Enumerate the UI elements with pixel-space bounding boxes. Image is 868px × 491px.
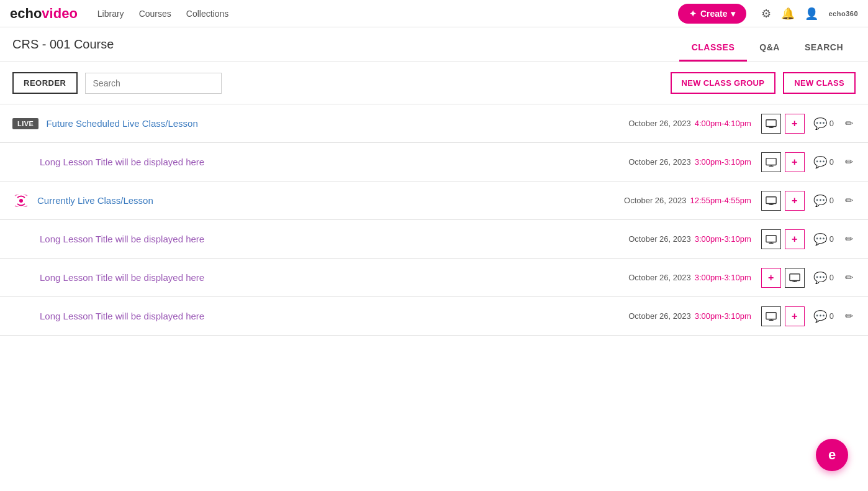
- course-header: CRS - 001 Course CLASSES Q&A SEARCH: [0, 27, 868, 62]
- capture-button[interactable]: [761, 152, 781, 172]
- class-time: 3:00pm-3:10pm: [695, 311, 751, 321]
- logo-video: video: [42, 6, 77, 22]
- class-actions: + 💬 0 ✏: [761, 152, 856, 172]
- notification-icon[interactable]: 🔔: [781, 7, 795, 21]
- capture-button[interactable]: [761, 191, 781, 211]
- svg-rect-7: [766, 196, 776, 203]
- comment-icon: 💬: [813, 310, 827, 323]
- nav-link-courses[interactable]: Courses: [139, 9, 171, 19]
- add-button[interactable]: +: [785, 191, 805, 211]
- comment-count: 💬 0: [813, 310, 834, 323]
- top-nav: echovideo Library Courses Collections ✦ …: [0, 0, 868, 27]
- capture-button[interactable]: [761, 114, 781, 134]
- new-class-group-button[interactable]: NEW CLASS GROUP: [671, 72, 776, 94]
- table-row: LIVE Future Scheduled Live Class/Lesson …: [0, 104, 868, 143]
- class-actions: + 💬 0 ✏: [761, 191, 856, 211]
- plus-icon: +: [792, 195, 797, 206]
- table-row: Long Lesson Title will be displayed here…: [0, 297, 868, 336]
- comment-count: 💬 0: [813, 271, 834, 285]
- edit-button[interactable]: ✏: [843, 308, 856, 324]
- svg-rect-10: [766, 235, 776, 242]
- edit-button[interactable]: ✏: [843, 192, 856, 209]
- create-button[interactable]: ✦ Create ▾: [678, 4, 747, 24]
- class-date: October 26, 2023: [628, 234, 690, 244]
- edit-button[interactable]: ✏: [843, 154, 856, 170]
- class-date: October 26, 2023: [628, 157, 690, 167]
- plus-icon: +: [792, 311, 797, 322]
- plus-icon: +: [792, 157, 797, 168]
- new-class-button[interactable]: NEW CLASS: [783, 72, 856, 94]
- svg-rect-13: [790, 273, 800, 280]
- svg-rect-0: [766, 119, 776, 126]
- comment-number: 0: [830, 234, 834, 244]
- class-time: 3:00pm-3:10pm: [695, 234, 751, 244]
- class-time: 4:00pm-4:10pm: [695, 119, 751, 128]
- edit-button[interactable]: ✏: [843, 269, 856, 286]
- svg-rect-3: [766, 158, 776, 165]
- class-title[interactable]: Long Lesson Title will be displayed here: [40, 311, 628, 321]
- search-input[interactable]: [85, 73, 222, 94]
- comment-icon: 💬: [813, 194, 827, 208]
- create-label: Create: [700, 9, 728, 19]
- table-row: Currently Live Class/Lesson October 26, …: [0, 181, 868, 220]
- nav-link-library[interactable]: Library: [97, 9, 124, 19]
- comment-count: 💬 0: [813, 232, 834, 246]
- add-button[interactable]: +: [785, 306, 805, 326]
- class-title[interactable]: Long Lesson Title will be displayed here: [40, 234, 628, 244]
- svg-rect-16: [766, 312, 776, 319]
- capture-button[interactable]: [761, 306, 781, 326]
- class-title[interactable]: Long Lesson Title will be displayed here: [40, 272, 628, 283]
- echo360-label: echo360: [828, 10, 858, 17]
- tab-search[interactable]: SEARCH: [792, 35, 856, 62]
- nav-links: Library Courses Collections: [97, 9, 678, 19]
- add-button[interactable]: +: [785, 114, 805, 134]
- capture-button[interactable]: [761, 229, 781, 249]
- class-time: 12:55pm-4:55pm: [690, 196, 751, 205]
- edit-button[interactable]: ✏: [843, 231, 856, 247]
- table-row: Long Lesson Title will be displayed here…: [0, 220, 868, 259]
- class-actions: + 💬 0 ✏: [761, 306, 856, 326]
- logo: echovideo: [10, 6, 78, 22]
- class-actions: + 💬 0 ✏: [761, 114, 856, 134]
- class-actions: + 💬 0 ✏: [761, 268, 856, 288]
- plus-icon: +: [768, 272, 774, 283]
- settings-icon[interactable]: ⚙: [761, 7, 771, 21]
- edit-button[interactable]: ✏: [843, 115, 856, 132]
- live-radio-icon: [12, 195, 30, 207]
- screen-button[interactable]: [785, 268, 805, 288]
- comment-count: 💬 0: [813, 155, 834, 169]
- nav-link-collections[interactable]: Collections: [186, 9, 228, 19]
- toolbar: REORDER NEW CLASS GROUP NEW CLASS: [0, 62, 868, 104]
- add-button[interactable]: +: [785, 229, 805, 249]
- comment-number: 0: [830, 157, 834, 167]
- comment-icon: 💬: [813, 155, 827, 169]
- logo-echo: echo: [10, 6, 42, 22]
- class-actions: + 💬 0 ✏: [761, 229, 856, 249]
- plus-icon: +: [792, 234, 797, 245]
- comment-count: 💬 0: [813, 194, 834, 208]
- class-title[interactable]: Currently Live Class/Lesson: [37, 195, 624, 206]
- class-date: October 26, 2023: [628, 273, 690, 282]
- plus-icon: +: [792, 118, 797, 129]
- nav-right: ⚙ 🔔 👤 echo360: [761, 7, 858, 21]
- comment-icon: 💬: [813, 232, 827, 246]
- tab-qa[interactable]: Q&A: [747, 35, 792, 62]
- class-date: October 26, 2023: [628, 119, 690, 128]
- svg-point-6: [19, 199, 23, 203]
- tab-classes[interactable]: CLASSES: [679, 35, 748, 62]
- reorder-button[interactable]: REORDER: [12, 72, 78, 94]
- class-title[interactable]: Future Scheduled Live Class/Lesson: [46, 118, 628, 129]
- live-badge: LIVE: [12, 118, 38, 129]
- class-list: LIVE Future Scheduled Live Class/Lesson …: [0, 104, 868, 336]
- table-row: Long Lesson Title will be displayed here…: [0, 143, 868, 181]
- class-date: October 26, 2023: [624, 196, 686, 205]
- spark-icon: ✦: [689, 9, 697, 19]
- class-time: 3:00pm-3:10pm: [695, 157, 751, 167]
- comment-count: 💬 0: [813, 117, 834, 131]
- class-title[interactable]: Long Lesson Title will be displayed here: [40, 157, 628, 167]
- class-time: 3:00pm-3:10pm: [695, 273, 751, 282]
- comment-icon: 💬: [813, 117, 827, 131]
- add-button[interactable]: +: [785, 152, 805, 172]
- add-button[interactable]: +: [761, 268, 781, 288]
- user-icon[interactable]: 👤: [805, 7, 818, 21]
